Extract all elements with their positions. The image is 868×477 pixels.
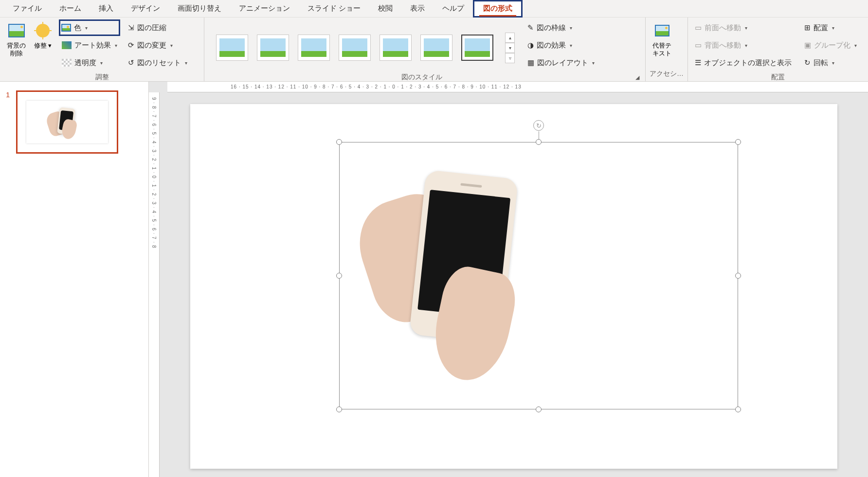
reset-icon: ↺ bbox=[128, 58, 134, 67]
reset-picture-button[interactable]: ↺ 図のリセット▾ bbox=[125, 54, 190, 71]
change-icon: ⟳ bbox=[128, 41, 134, 50]
style-option-7[interactable] bbox=[461, 35, 493, 61]
align-button[interactable]: ⊞ 配置▾ bbox=[801, 19, 860, 36]
rotate-button[interactable]: ↻ 回転▾ bbox=[801, 54, 860, 71]
rotate-icon: ↻ bbox=[804, 58, 811, 67]
resize-handle-sw[interactable] bbox=[336, 406, 342, 412]
align-icon: ⊞ bbox=[804, 23, 811, 32]
tab-animations[interactable]: アニメーション bbox=[230, 0, 299, 18]
resize-handle-ne[interactable] bbox=[735, 139, 741, 145]
effects-icon: ◑ bbox=[527, 41, 534, 50]
group-picture-styles: ▴ ▾ ▿ ✎ 図の枠線▾ ◑ 図の効果▾ ▦ 図のレイアウト▾ bbox=[204, 18, 646, 81]
slide-canvas-area: 16 ∙ 15 ∙ 14 ∙ 13 ∙ 12 ∙ 11 ∙ 10 ∙ 9 ∙ 8… bbox=[149, 82, 868, 477]
picture-style-gallery: ▴ ▾ ▿ bbox=[208, 28, 519, 63]
picture-effects-button[interactable]: ◑ 図の効果▾ bbox=[524, 37, 597, 53]
style-option-1[interactable] bbox=[216, 35, 248, 61]
picture-border-button[interactable]: ✎ 図の枠線▾ bbox=[524, 19, 597, 36]
selected-image[interactable]: ↻ bbox=[339, 142, 738, 409]
gallery-scroll: ▴ ▾ ▿ bbox=[505, 33, 515, 63]
send-backward-icon: ▭ bbox=[695, 41, 702, 50]
selection-pane-button[interactable]: ☰ オブジェクトの選択と表示 bbox=[692, 54, 795, 71]
resize-handle-nw[interactable] bbox=[336, 139, 342, 145]
gallery-up-button[interactable]: ▴ bbox=[505, 33, 515, 43]
tab-home[interactable]: ホーム bbox=[51, 0, 90, 18]
tab-file[interactable]: ファイル bbox=[4, 0, 51, 18]
color-button[interactable]: 色▾ bbox=[59, 19, 120, 36]
slide-canvas[interactable]: ↻ bbox=[190, 104, 837, 469]
artistic-icon bbox=[62, 41, 72, 49]
bring-forward-icon: ▭ bbox=[695, 23, 702, 32]
selection-pane-icon: ☰ bbox=[695, 58, 701, 67]
remove-bg-icon bbox=[7, 21, 26, 40]
workspace: 1 16 ∙ 15 ∙ 14 ∙ 13 ∙ 12 ∙ 11 ∙ 10 ∙ 9 ∙… bbox=[0, 82, 868, 477]
ribbon-tabs: ファイル ホーム 挿入 デザイン 画面切り替え アニメーション スライド ショー… bbox=[0, 0, 868, 18]
svg-point-0 bbox=[36, 24, 50, 37]
group-label-accessibility: アクセシ… bbox=[650, 68, 684, 81]
corrections-icon bbox=[34, 21, 52, 40]
tab-view[interactable]: 表示 bbox=[401, 0, 434, 18]
tab-insert[interactable]: 挿入 bbox=[90, 0, 122, 18]
rotate-handle[interactable]: ↻ bbox=[533, 120, 544, 131]
gallery-more-button[interactable]: ▿ bbox=[505, 53, 515, 63]
slide-thumbnails-panel: 1 bbox=[0, 82, 149, 477]
group-adjust: 背景の 削除 修整 ▾ 色▾ アート効果▾ 透明度▾ bbox=[0, 18, 204, 81]
ribbon: 背景の 削除 修整 ▾ 色▾ アート効果▾ 透明度▾ bbox=[0, 18, 868, 82]
resize-handle-n[interactable] bbox=[536, 139, 542, 145]
resize-handle-e[interactable] bbox=[735, 273, 741, 279]
group-arrange: ▭ 前面へ移動▾ ▭ 背面へ移動▾ ☰ オブジェクトの選択と表示 ⊞ 配置▾ bbox=[688, 18, 868, 81]
compress-picture-button[interactable]: ⇲ 図の圧縮 bbox=[125, 19, 190, 36]
artistic-effects-button[interactable]: アート効果▾ bbox=[59, 37, 120, 53]
phone-image-content bbox=[364, 172, 568, 376]
alt-text-button[interactable]: 代替テ キスト bbox=[650, 19, 674, 59]
gallery-down-button[interactable]: ▾ bbox=[505, 43, 515, 53]
compress-icon: ⇲ bbox=[128, 23, 134, 32]
slide-thumbnail-1[interactable] bbox=[16, 90, 118, 154]
corrections-button[interactable]: 修整 ▾ bbox=[31, 19, 55, 52]
style-option-3[interactable] bbox=[298, 35, 330, 61]
send-backward-button[interactable]: ▭ 背面へ移動▾ bbox=[692, 37, 795, 53]
slide-number: 1 bbox=[6, 90, 10, 99]
resize-handle-s[interactable] bbox=[536, 406, 542, 412]
tab-picture-format[interactable]: 図の形式 bbox=[473, 0, 523, 18]
resize-handle-w[interactable] bbox=[336, 273, 342, 279]
layout-icon: ▦ bbox=[527, 58, 534, 67]
vertical-ruler: 9 ∙ 8 ∙ 7 ∙ 6 ∙ 5 ∙ 4 ∙ 3 ∙ 2 ∙ 1 ∙ 0 ∙ … bbox=[149, 92, 160, 477]
color-icon bbox=[61, 24, 71, 32]
group-icon: ▣ bbox=[804, 41, 811, 50]
resize-handle-se[interactable] bbox=[735, 406, 741, 412]
style-option-6[interactable] bbox=[420, 35, 452, 61]
style-option-4[interactable] bbox=[339, 35, 371, 61]
horizontal-ruler: 16 ∙ 15 ∙ 14 ∙ 13 ∙ 12 ∙ 11 ∙ 10 ∙ 9 ∙ 8… bbox=[167, 82, 868, 92]
tab-help[interactable]: ヘルプ bbox=[434, 0, 473, 18]
tab-design[interactable]: デザイン bbox=[122, 0, 169, 18]
style-option-5[interactable] bbox=[380, 35, 412, 61]
tab-transitions[interactable]: 画面切り替え bbox=[169, 0, 230, 18]
change-picture-button[interactable]: ⟳ 図の変更▾ bbox=[125, 37, 190, 53]
bring-forward-button[interactable]: ▭ 前面へ移動▾ bbox=[692, 19, 795, 36]
remove-background-button[interactable]: 背景の 削除 bbox=[4, 19, 29, 59]
border-icon: ✎ bbox=[527, 23, 534, 32]
alt-text-icon bbox=[653, 21, 671, 40]
transparency-button[interactable]: 透明度▾ bbox=[59, 54, 120, 71]
group-accessibility: 代替テ キスト アクセシ… bbox=[646, 18, 688, 81]
group-objects-button[interactable]: ▣ グループ化▾ bbox=[801, 37, 860, 53]
tab-review[interactable]: 校閲 bbox=[369, 0, 401, 18]
tab-slideshow[interactable]: スライド ショー bbox=[299, 0, 369, 18]
styles-dialog-launcher[interactable]: ◢ bbox=[635, 74, 641, 81]
picture-layout-button[interactable]: ▦ 図のレイアウト▾ bbox=[524, 54, 597, 71]
style-option-2[interactable] bbox=[257, 35, 289, 61]
transparency-icon bbox=[62, 59, 72, 67]
